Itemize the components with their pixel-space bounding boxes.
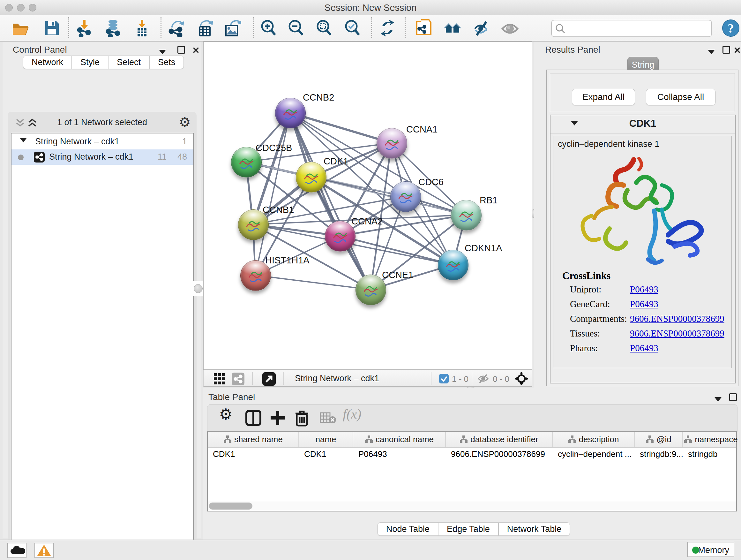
zoom-in-icon[interactable] bbox=[260, 19, 278, 37]
collapse-all-button[interactable]: Collapse All bbox=[646, 89, 716, 105]
results-panel-close-icon[interactable] bbox=[733, 46, 740, 56]
memory-button[interactable]: Memory bbox=[687, 542, 734, 557]
zoom-selected-icon[interactable] bbox=[344, 19, 361, 37]
detach-view-icon[interactable] bbox=[262, 372, 276, 386]
network-collection-row[interactable]: String Network – cdk1 1 bbox=[11, 134, 193, 149]
expand-all-button[interactable]: Expand All bbox=[572, 89, 635, 105]
statusbar-separator bbox=[252, 372, 253, 385]
column-header-canonical-name[interactable]: canonical name bbox=[353, 432, 446, 447]
table-gear-icon[interactable]: ⚙ bbox=[219, 405, 232, 423]
refresh-icon[interactable] bbox=[379, 19, 396, 37]
column-header-@id[interactable]: @id bbox=[635, 432, 683, 447]
home-views-icon[interactable] bbox=[444, 19, 461, 37]
crosslink-link[interactable]: P06493 bbox=[630, 284, 658, 295]
collection-expander-icon[interactable] bbox=[20, 138, 27, 142]
zoom-fit-icon[interactable] bbox=[315, 19, 333, 37]
results-panel-menu-icon[interactable] bbox=[708, 47, 715, 57]
table-add-column-icon[interactable] bbox=[269, 409, 286, 428]
toolbar-separator bbox=[160, 17, 161, 38]
import-network-file-icon[interactable] bbox=[75, 19, 93, 37]
control-panel-close-icon[interactable] bbox=[192, 46, 199, 56]
table-panel-float-icon[interactable] bbox=[729, 393, 737, 403]
edge-HIST1H1A-CCNE1[interactable] bbox=[255, 275, 370, 290]
column-header-namespace[interactable]: namespace bbox=[683, 432, 739, 447]
birds-eye-toggle-icon[interactable] bbox=[515, 372, 529, 386]
column-header-name[interactable]: name bbox=[299, 432, 353, 447]
table-columns-icon[interactable] bbox=[245, 409, 262, 428]
show-eye-disabled-icon[interactable] bbox=[501, 19, 519, 37]
edge-CCNB2-HIST1H1A[interactable] bbox=[255, 113, 290, 275]
tab-network-table[interactable]: Network Table bbox=[498, 522, 570, 536]
share-document-icon[interactable] bbox=[415, 19, 433, 37]
cloud-button[interactable] bbox=[7, 543, 26, 558]
scrollbar-thumb[interactable] bbox=[209, 503, 253, 509]
current-network-name: String Network – cdk1 bbox=[295, 374, 379, 383]
tab-node-table[interactable]: Node Table bbox=[378, 522, 438, 536]
node-CDK1[interactable] bbox=[296, 162, 327, 192]
tab-network[interactable]: Network bbox=[23, 56, 72, 69]
export-table-icon[interactable] bbox=[196, 19, 214, 37]
network-canvas[interactable]: CCNB2CCNA1CDC25BCDK1CDC6RB1CCNB1CCNA2CDK… bbox=[203, 42, 532, 370]
tab-edge-table[interactable]: Edge Table bbox=[438, 522, 498, 536]
cell-name[interactable]: CDK1 bbox=[299, 447, 353, 461]
tab-select[interactable]: Select bbox=[108, 56, 149, 69]
string-results-container: Expand All Collapse All CDK1 cyclin–depe… bbox=[546, 70, 738, 386]
control-panel-menu-icon[interactable] bbox=[159, 47, 166, 57]
tab-sets[interactable]: Sets bbox=[149, 56, 184, 69]
node-label-CDC25B: CDC25B bbox=[256, 143, 292, 153]
network-view-icon[interactable] bbox=[232, 373, 245, 385]
node-CDKN1A[interactable] bbox=[438, 250, 468, 280]
node-CCNA1[interactable] bbox=[377, 128, 407, 159]
hide-selected-eye-icon[interactable] bbox=[472, 19, 490, 37]
node-CCNE1[interactable] bbox=[355, 274, 386, 305]
window-title: Session: New Session bbox=[0, 3, 741, 13]
table-horizontal-scrollbar[interactable] bbox=[208, 501, 736, 511]
crosslink-label: Tissues: bbox=[570, 328, 600, 339]
table-panel-menu-icon[interactable] bbox=[715, 394, 722, 404]
open-session-icon[interactable] bbox=[11, 19, 29, 37]
control-panel-float-icon[interactable] bbox=[178, 46, 185, 56]
hidden-counts: 0 - 0 bbox=[493, 374, 509, 384]
node-label-HIST1H1A: HIST1H1A bbox=[265, 255, 310, 266]
cell-shared-name[interactable]: CDK1 bbox=[208, 447, 299, 461]
crosslink-link[interactable]: 9606.ENSP00000378699 bbox=[630, 328, 724, 339]
node-CCNA2[interactable] bbox=[325, 221, 355, 252]
grid-view-icon[interactable] bbox=[214, 373, 225, 385]
column-header-description[interactable]: description bbox=[553, 432, 635, 447]
crosslink-link[interactable]: 9606.ENSP00000378699 bbox=[630, 314, 724, 324]
warnings-button[interactable] bbox=[35, 543, 54, 558]
selected-checkbox-icon[interactable] bbox=[439, 374, 449, 383]
column-header-database-identifier[interactable]: database identifier bbox=[446, 432, 553, 447]
table-toolbar: ⚙ f(x) bbox=[207, 404, 738, 432]
network-edge-count: 48 bbox=[178, 152, 187, 162]
gene-section-header[interactable]: CDK1 bbox=[550, 115, 735, 133]
import-network-database-icon[interactable] bbox=[104, 19, 122, 37]
node-CCNB2[interactable] bbox=[275, 98, 306, 128]
search-input[interactable] bbox=[551, 20, 712, 37]
crosslink-label: Pharos: bbox=[570, 343, 598, 354]
save-session-icon[interactable] bbox=[43, 19, 61, 37]
help-icon[interactable]: ? bbox=[722, 19, 740, 37]
cloud-icon bbox=[9, 544, 25, 557]
cell-namespace[interactable]: stringdb bbox=[683, 447, 739, 461]
results-panel-float-icon[interactable] bbox=[723, 46, 730, 56]
node-CDC6[interactable] bbox=[390, 181, 421, 212]
cell-canonical-name[interactable]: P06493 bbox=[353, 447, 446, 461]
string-network-icon bbox=[34, 152, 45, 163]
zoom-out-icon[interactable] bbox=[287, 19, 305, 37]
network-list-gear-icon[interactable]: ⚙ bbox=[179, 114, 191, 130]
node-RB1[interactable] bbox=[451, 200, 482, 231]
cell-@id[interactable]: stringdb:9... bbox=[635, 447, 683, 461]
column-header-shared-name[interactable]: shared name bbox=[208, 432, 299, 447]
edge-CCNB2-CCNA1[interactable] bbox=[290, 113, 392, 143]
import-table-icon[interactable] bbox=[133, 19, 151, 37]
cell-database-identifier[interactable]: 9606.ENSP00000378699 bbox=[446, 447, 553, 461]
table-delete-column-icon[interactable] bbox=[293, 409, 311, 428]
export-image-icon[interactable] bbox=[223, 19, 241, 37]
export-network-icon[interactable] bbox=[168, 19, 186, 37]
crosslink-link[interactable]: P06493 bbox=[630, 343, 658, 354]
tab-style[interactable]: Style bbox=[72, 56, 108, 69]
cell-description[interactable]: cyclin–dependent ... bbox=[553, 447, 635, 461]
crosslink-link[interactable]: P06493 bbox=[630, 299, 658, 309]
network-row[interactable]: String Network – cdk1 11 48 bbox=[11, 149, 193, 165]
